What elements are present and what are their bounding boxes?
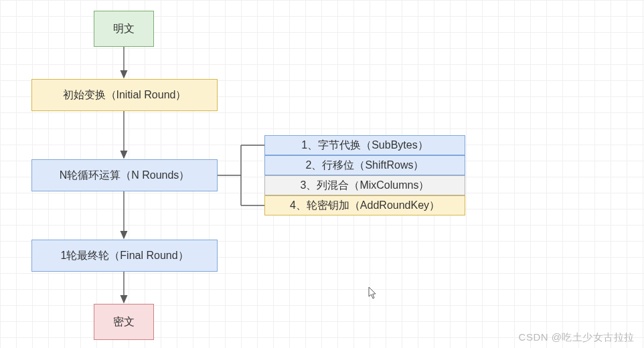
watermark-text: CSDN @吃土少女古拉拉: [519, 331, 635, 344]
node-plaintext: 明文: [94, 11, 154, 47]
step-shiftrows: 2、行移位（ShiftRows）: [264, 155, 465, 175]
step-subbytes: 1、字节代换（SubBytes）: [264, 135, 465, 155]
step-mixcolumns: 3、列混合（MixColumns）: [264, 175, 465, 195]
cursor-icon: [368, 286, 378, 300]
node-final-round: 1轮最终轮（Final Round）: [31, 240, 218, 272]
node-ciphertext: 密文: [94, 304, 154, 340]
node-n-rounds: N轮循环运算（N Rounds）: [31, 159, 218, 191]
node-initial-round: 初始变换（Initial Round）: [31, 79, 218, 111]
step-addroundkey: 4、轮密钥加（AddRoundKey）: [264, 195, 465, 215]
